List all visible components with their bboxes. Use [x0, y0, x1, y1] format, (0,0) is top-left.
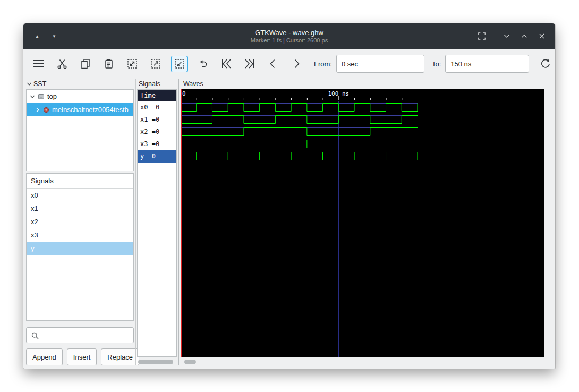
waves-hscrollbar[interactable] [184, 360, 196, 364]
tree-item-label: meinschaltnetz0054testb [52, 106, 129, 114]
toolbar: From: To: [23, 49, 555, 79]
waves-splitter[interactable] [177, 79, 179, 365]
copy-icon [80, 58, 91, 70]
waves-header: Waves [183, 80, 203, 88]
insert-button[interactable]: Insert [67, 348, 97, 365]
from-label: From: [314, 60, 332, 68]
tree-item-top[interactable]: top [27, 90, 133, 103]
signal-list-item-x0[interactable]: x0 [27, 189, 133, 202]
svg-text:0: 0 [182, 90, 186, 97]
expander-open-icon [30, 94, 35, 99]
fetch-start-icon [220, 57, 233, 70]
minimize-icon[interactable] [502, 31, 512, 41]
signal-row-x2[interactable]: x2 =0 [138, 126, 176, 138]
zoom-out-button[interactable] [171, 56, 188, 72]
close-icon[interactable] [537, 31, 547, 41]
shift-right-icon [290, 57, 303, 70]
menu-button[interactable] [31, 56, 47, 72]
append-button[interactable]: Append [26, 348, 63, 365]
expander-closed-icon [35, 107, 40, 113]
to-input[interactable] [445, 55, 529, 73]
names-pane-header: Signals [139, 80, 160, 88]
signal-list-item-y[interactable]: y [27, 242, 133, 255]
signals-panel-header: Signals [27, 174, 133, 189]
titlebar[interactable]: ▲ ▼ GTKWave - wave.ghw Marker: 1 fs | Cu… [23, 23, 555, 49]
shift-right-button[interactable] [288, 56, 304, 72]
signal-row-x0[interactable]: x0 =0 [138, 101, 176, 114]
waveform-svg: 0100 ns [181, 89, 544, 357]
search-icon [31, 331, 39, 340]
tree-item-label: top [47, 92, 57, 100]
sst-collapse-icon [27, 81, 32, 87]
paste-icon [103, 58, 115, 70]
component-icon [43, 107, 49, 113]
zoom-out-icon [174, 58, 185, 70]
hierarchy-icon [38, 93, 45, 100]
signal-list-item-x2[interactable]: x2 [27, 215, 133, 228]
shift-left-button[interactable] [265, 56, 281, 72]
zoom-undo-icon [197, 58, 209, 70]
shift-left-icon [267, 57, 279, 70]
window-status: Marker: 1 fs | Cursor: 2600 ps [251, 37, 328, 44]
names-pane: Time x0 =0 x1 =0 x2 =0 x3 =0 y =0 [137, 89, 177, 357]
zoom-in-icon [150, 58, 161, 70]
menu-icon [32, 58, 45, 70]
svg-text:100 ns: 100 ns [328, 90, 349, 97]
cut-icon [56, 58, 68, 70]
zoom-fit-icon [126, 58, 138, 70]
maximize-icon[interactable] [520, 31, 529, 41]
signal-list-item-x3[interactable]: x3 [27, 228, 133, 242]
window-title: GTKWave - wave.ghw [255, 29, 323, 37]
copy-button[interactable] [78, 56, 93, 72]
signal-search [26, 327, 134, 343]
tree-item-meinschaltnetz[interactable]: meinschaltnetz0054testb [27, 103, 133, 116]
wave-canvas[interactable]: 0100 ns [181, 89, 544, 357]
fetch-end-button[interactable] [242, 56, 258, 72]
to-label: To: [432, 60, 441, 68]
cut-button[interactable] [54, 56, 70, 72]
shade-up-icon[interactable]: ▲ [35, 34, 39, 39]
zoom-fit-button[interactable] [124, 56, 140, 72]
fetch-end-icon [243, 57, 256, 70]
replace-button[interactable]: Replace [101, 348, 139, 365]
zoom-undo-button[interactable] [195, 56, 211, 72]
signal-row-x1[interactable]: x1 =0 [138, 114, 176, 126]
signal-row-x3[interactable]: x3 =0 [138, 138, 176, 150]
signals-panel: Signals x0 x1 x2 x3 y [26, 173, 134, 321]
signal-list-item-x1[interactable]: x1 [27, 202, 133, 215]
sst-header[interactable]: SST [27, 80, 46, 88]
sst-tree: top meinschaltnetz0054testb [26, 89, 134, 171]
reload-icon [539, 57, 552, 70]
zoom-in-button[interactable] [148, 56, 164, 72]
signal-row-y[interactable]: y =0 [138, 150, 176, 163]
left-splitter[interactable] [135, 79, 136, 365]
shade-down-icon[interactable]: ▼ [52, 34, 56, 39]
sst-header-label: SST [33, 80, 46, 88]
signal-actions: Append Insert Replace [26, 348, 139, 365]
time-header-cell: Time [138, 90, 176, 101]
search-input[interactable] [41, 328, 133, 343]
fetch-start-button[interactable] [218, 56, 234, 72]
from-input[interactable] [336, 55, 424, 73]
reload-button[interactable] [538, 56, 554, 72]
gtkwave-window: ▲ ▼ GTKWave - wave.ghw Marker: 1 fs | Cu… [23, 23, 555, 369]
fullscreen-icon[interactable] [477, 31, 487, 41]
paste-button[interactable] [101, 56, 117, 72]
names-hscrollbar[interactable] [138, 360, 173, 364]
